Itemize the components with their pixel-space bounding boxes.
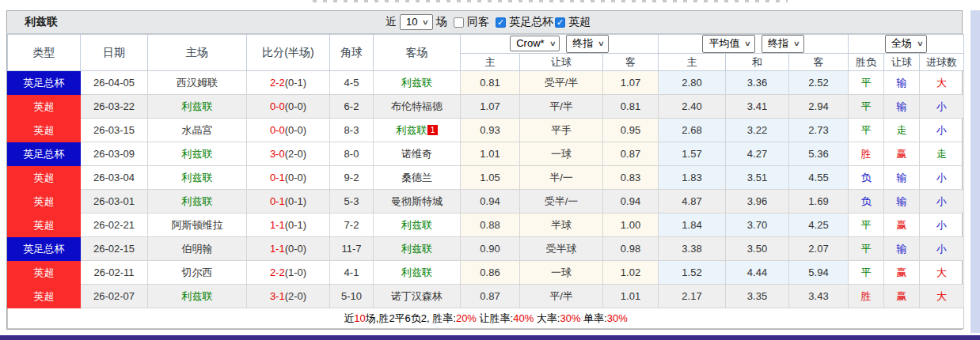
subcol-euro-home: 主 xyxy=(659,54,726,71)
fulltime-score: 0-0 xyxy=(270,100,285,112)
home-team: 利兹联 xyxy=(148,285,247,308)
halftime-score: (0-0) xyxy=(285,243,306,255)
away-team: 布伦特福德 xyxy=(374,95,461,119)
league-badge: 英超 xyxy=(8,166,81,190)
result-label: 大 xyxy=(936,290,947,302)
result-handicap-cell: 赢 xyxy=(884,285,920,308)
euro-odds-cell: 3.51 xyxy=(726,166,789,190)
euro-odds-time-select[interactable]: 终指 ∨ xyxy=(762,35,804,53)
corner-cell: 4-5 xyxy=(330,71,374,95)
result-wdl-cell: 胜 xyxy=(849,142,884,166)
asia-odds-cell: 平/半 xyxy=(520,285,603,308)
corner-count: 7-2 xyxy=(344,219,359,231)
corner-count: 4-1 xyxy=(344,266,359,278)
result-label: 小 xyxy=(936,124,947,136)
bookmaker-select[interactable]: Crow* ∨ xyxy=(510,36,560,51)
result-goals-cell: 小 xyxy=(920,237,964,261)
fa-cup-checkbox[interactable] xyxy=(496,17,506,28)
subcol-result-goals: 进球数 xyxy=(920,54,964,71)
result-label: 平 xyxy=(861,266,872,278)
result-goals-cell: 小 xyxy=(920,119,964,142)
result-wdl-cell: 平 xyxy=(849,95,884,119)
asia-odds-value: 0.86 xyxy=(480,266,499,278)
asia-odds-cell: 0.94 xyxy=(461,190,520,213)
euro-odds-cell: 4.55 xyxy=(789,166,849,190)
euro-odds-value: 1.84 xyxy=(682,219,701,231)
euro-odds-cell: 2.17 xyxy=(659,285,726,308)
asia-odds-cell: 0.81 xyxy=(603,95,659,119)
home-team-label: 阿斯顿维拉 xyxy=(172,219,223,231)
league-label: 英足总杯 xyxy=(24,77,65,89)
asia-odds-cell: 0.88 xyxy=(461,213,520,237)
home-team: 西汉姆联 xyxy=(148,71,247,95)
table-row: 英足总杯26-03-09利兹联3-0(2-0)8-0诺维奇1.01一球0.871… xyxy=(8,142,964,166)
asia-odds-value: 1.01 xyxy=(480,148,499,160)
bookmaker-select-value: Crow* xyxy=(516,37,544,49)
date-label: 26-03-01 xyxy=(93,195,135,207)
corner-count: 6-2 xyxy=(344,100,359,112)
match-date: 26-02-07 xyxy=(81,285,148,308)
corner-count: 4-5 xyxy=(344,77,359,89)
scope-select[interactable]: 全场 ∨ xyxy=(885,35,928,53)
asia-odds-cell: 1.07 xyxy=(603,71,659,95)
halftime-score: (0-0) xyxy=(285,172,306,183)
asia-odds-cell: 0.86 xyxy=(461,261,520,285)
summary-text-part: 30% xyxy=(560,312,580,324)
score-cell: 2-2(0-1) xyxy=(247,71,330,95)
col-header-type: 类型 xyxy=(8,35,81,71)
league-badge: 英足总杯 xyxy=(8,142,81,166)
date-label: 26-02-07 xyxy=(93,290,135,302)
euro-source-select[interactable]: 平均值 ∨ xyxy=(702,35,755,53)
col-header-corner: 角球 xyxy=(330,35,374,71)
euro-odds-value: 3.70 xyxy=(747,219,767,231)
asia-odds-cell: 半球 xyxy=(520,213,603,237)
asia-odds-cell: 1.01 xyxy=(461,142,520,166)
date-label: 26-03-09 xyxy=(93,148,135,160)
away-team-label: 曼彻斯特城 xyxy=(391,195,443,207)
euro-source-value: 平均值 xyxy=(708,36,739,51)
result-label: 走 xyxy=(936,148,947,160)
asia-odds-cell: 0.81 xyxy=(461,71,520,95)
corner-cell: 6-2 xyxy=(330,95,374,119)
asia-odds-value: 平手 xyxy=(551,124,572,136)
epl-checkbox[interactable] xyxy=(555,17,565,28)
result-label: 大 xyxy=(936,77,947,89)
result-handicap-cell: 输 xyxy=(884,166,920,190)
euro-odds-cell: 5.94 xyxy=(789,261,849,285)
summary-text-part: 让胜率: xyxy=(477,312,513,324)
summary-text-part: 单率: xyxy=(580,312,606,324)
match-date: 26-03-22 xyxy=(81,95,148,119)
table-row: 英足总杯26-02-15伯明翰1-1(0-0)11-7利兹联0.90受半球0.9… xyxy=(8,237,964,261)
euro-odds-selects-cell: 平均值 ∨ 终指 ∨ xyxy=(659,35,849,54)
epl-label: 英超 xyxy=(568,15,591,29)
asia-odds-time-select[interactable]: 终指 ∨ xyxy=(566,35,609,53)
asia-odds-value: 1.02 xyxy=(621,266,640,278)
euro-odds-cell: 4.25 xyxy=(789,213,849,237)
asia-odds-value: 半/一 xyxy=(549,172,573,183)
same-opponent-checkbox[interactable] xyxy=(454,17,464,28)
result-goals-cell: 大 xyxy=(920,71,964,95)
fulltime-score: 1-1 xyxy=(270,243,285,255)
euro-odds-value: 1.52 xyxy=(682,266,701,278)
result-wdl-cell: 平 xyxy=(849,71,884,95)
euro-odds-cell: 2.40 xyxy=(659,95,726,119)
result-wdl-cell: 平 xyxy=(849,261,884,285)
asia-odds-value: 0.95 xyxy=(621,124,640,136)
euro-odds-value: 1.83 xyxy=(682,172,701,183)
score-cell: 3-1(2-0) xyxy=(247,285,330,308)
result-label: 走 xyxy=(897,124,907,136)
asia-odds-cell: 受平/半 xyxy=(520,71,603,95)
corner-cell: 9-2 xyxy=(330,166,374,190)
result-label: 胜 xyxy=(861,290,872,302)
recent-count-select[interactable]: 10 ∨ xyxy=(400,14,433,30)
asia-odds-cell: 受半/一 xyxy=(520,190,603,213)
result-goals-cell: 小 xyxy=(920,213,964,237)
euro-odds-value: 1.69 xyxy=(808,195,828,207)
halftime-score: (2-0) xyxy=(285,148,306,160)
away-team-label: 利兹联 xyxy=(396,124,427,136)
euro-odds-cell: 2.73 xyxy=(789,119,849,142)
result-label: 输 xyxy=(897,172,907,183)
euro-odds-cell: 3.96 xyxy=(726,190,789,213)
result-goals-cell: 小 xyxy=(920,166,964,190)
result-label: 输 xyxy=(897,100,907,112)
